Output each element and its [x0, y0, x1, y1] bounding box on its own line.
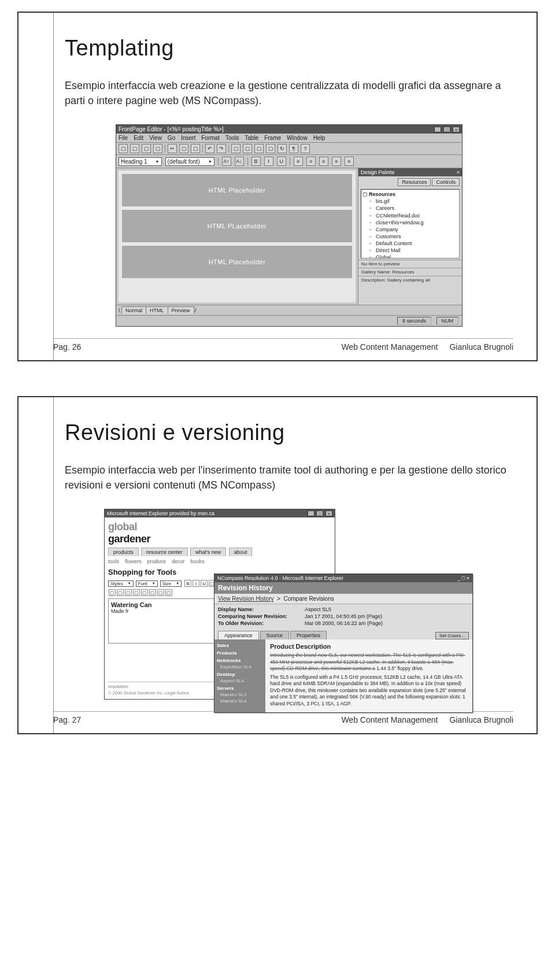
decrease-font-icon[interactable]: A↓	[235, 157, 244, 166]
breadcrumb-link[interactable]: View Revision History	[218, 596, 274, 602]
redo-icon[interactable]: ↷	[217, 144, 226, 153]
tree-item[interactable]: Direct Mail	[376, 247, 401, 253]
nav-link[interactable]: produce	[147, 559, 166, 564]
undo-icon[interactable]: ↶	[205, 144, 214, 153]
menu-item[interactable]: Frame	[264, 135, 281, 141]
tree-item[interactable]: Customers	[376, 234, 401, 239]
close-icon[interactable]: ×	[453, 127, 460, 132]
minimize-icon[interactable]: _	[434, 127, 441, 132]
bold-icon[interactable]: B	[184, 580, 191, 587]
nav-tab[interactable]: products	[108, 548, 139, 556]
tree-item[interactable]: Default Content	[376, 241, 412, 246]
tab-resources[interactable]: Resources	[398, 178, 431, 186]
nav-item[interactable]: Aspect SL4	[217, 678, 263, 683]
menu-item[interactable]: File	[119, 135, 128, 141]
tree-root[interactable]: Resources	[369, 191, 395, 197]
tab-source[interactable]: Source	[260, 631, 290, 639]
paragraph-icon[interactable]: ¶	[289, 144, 298, 153]
tab-controls[interactable]: Controls	[432, 178, 460, 186]
tab-properties[interactable]: Properties	[290, 631, 327, 639]
save-icon[interactable]: ▢	[142, 144, 151, 153]
tool-icon[interactable]: ▢	[117, 589, 124, 596]
menu-item[interactable]: Insert	[181, 135, 195, 141]
maximize-icon[interactable]: □	[443, 127, 450, 132]
nav-tab[interactable]: what's new	[190, 548, 226, 556]
nav-header[interactable]: Servers	[217, 686, 263, 691]
heading-select[interactable]: Heading 1	[119, 157, 162, 166]
maximize-icon[interactable]: □	[462, 575, 465, 581]
italic-icon[interactable]: I	[264, 157, 273, 166]
tab-appearance[interactable]: Appearance	[218, 631, 259, 639]
size-select[interactable]: Size	[160, 580, 182, 587]
help-icon[interactable]: ?	[301, 144, 310, 153]
nav-link[interactable]: books	[191, 559, 205, 564]
paste-icon[interactable]: ▢	[191, 144, 200, 153]
tool-icon[interactable]: ▢	[149, 589, 156, 596]
minimize-icon[interactable]: _	[457, 575, 460, 581]
nav-tab[interactable]: about	[229, 548, 253, 556]
list-icon[interactable]: ≡	[345, 157, 354, 166]
font-select[interactable]: Font	[136, 580, 158, 587]
tool-icon[interactable]: ▢	[133, 589, 140, 596]
tree-item[interactable]: CCNletterhead.doc	[376, 213, 420, 219]
tab-preview[interactable]: Preview	[168, 306, 194, 314]
increase-font-icon[interactable]: A↑	[222, 157, 231, 166]
underline-icon[interactable]: U	[277, 157, 286, 166]
new-icon[interactable]: ▢	[119, 144, 128, 153]
minimize-icon[interactable]: _	[308, 511, 314, 516]
placeholder[interactable]: HTML PLaceholder	[122, 210, 352, 242]
tool-icon[interactable]: ▢	[125, 589, 132, 596]
styles-select[interactable]: Styles	[108, 580, 134, 587]
nav-link[interactable]: tools	[108, 559, 119, 564]
resource-tree[interactable]: ▢Resources ▫bis.gif ▫Careers ▫CCNletterh…	[361, 189, 460, 258]
placeholder[interactable]: HTML Placeholder	[122, 174, 352, 206]
print-icon[interactable]: ▢	[153, 144, 162, 153]
menu-item[interactable]: Window	[287, 135, 308, 141]
tool-icon[interactable]: ▢	[243, 144, 252, 153]
nav-header[interactable]: Notebooks	[217, 658, 263, 663]
cut-icon[interactable]: ✂	[168, 144, 177, 153]
list-icon[interactable]: ≡	[332, 157, 341, 166]
tool-icon[interactable]: ▢	[266, 144, 275, 153]
italic-icon[interactable]: I	[193, 580, 199, 587]
close-icon[interactable]: ×	[467, 575, 469, 581]
tool-icon[interactable]: ▢	[165, 589, 172, 596]
tool-icon[interactable]: ▢	[109, 589, 116, 596]
menu-item[interactable]: Edit	[134, 135, 143, 141]
tool-icon[interactable]: ▢	[157, 589, 164, 596]
tree-item[interactable]: close+this+window.g	[376, 220, 424, 225]
close-icon[interactable]: ×	[325, 511, 332, 516]
nav-header[interactable]: Desktop	[217, 672, 263, 677]
tab-normal[interactable]: Normal	[121, 306, 146, 314]
bold-icon[interactable]: B	[251, 157, 261, 166]
nav-link[interactable]: flowers	[125, 559, 142, 564]
underline-icon[interactable]: U	[201, 580, 208, 587]
tool-icon[interactable]: ▢	[231, 144, 240, 153]
close-icon[interactable]: ×	[457, 169, 460, 175]
nav-link[interactable]: decor	[172, 559, 185, 564]
maximize-icon[interactable]: □	[316, 511, 323, 516]
tree-item[interactable]: Global	[376, 254, 391, 258]
menu-item[interactable]: Table	[245, 135, 258, 141]
nav-item[interactable]: Maestro SL4	[217, 698, 263, 704]
align-left-icon[interactable]: ≡	[294, 157, 303, 166]
open-icon[interactable]: ▢	[130, 144, 139, 153]
tab-html[interactable]: HTML	[146, 306, 168, 314]
tool-icon[interactable]: ▢	[141, 589, 148, 596]
menu-item[interactable]: Format	[201, 135, 220, 141]
tree-item[interactable]: Careers	[376, 205, 394, 211]
font-select[interactable]: (default font)	[165, 157, 214, 166]
refresh-icon[interactable]: ↻	[278, 144, 287, 153]
edit-area[interactable]: HTML Placeholder HTML PLaceholder HTML P…	[119, 171, 356, 302]
tree-item[interactable]: bis.gif	[376, 198, 390, 204]
menu-item[interactable]: Help	[313, 135, 325, 141]
nav-item[interactable]: Products	[217, 650, 263, 656]
nav-item[interactable]: Sales	[217, 643, 263, 648]
menu-item[interactable]: View	[149, 135, 162, 141]
menu-item[interactable]: Tools	[225, 135, 239, 141]
tool-icon[interactable]: ▢	[254, 144, 264, 153]
align-center-icon[interactable]: ≡	[306, 157, 316, 166]
menu-item[interactable]: Go	[168, 135, 175, 141]
tree-item[interactable]: Company	[376, 227, 398, 232]
placeholder[interactable]: HTML Placeholder	[122, 246, 352, 278]
